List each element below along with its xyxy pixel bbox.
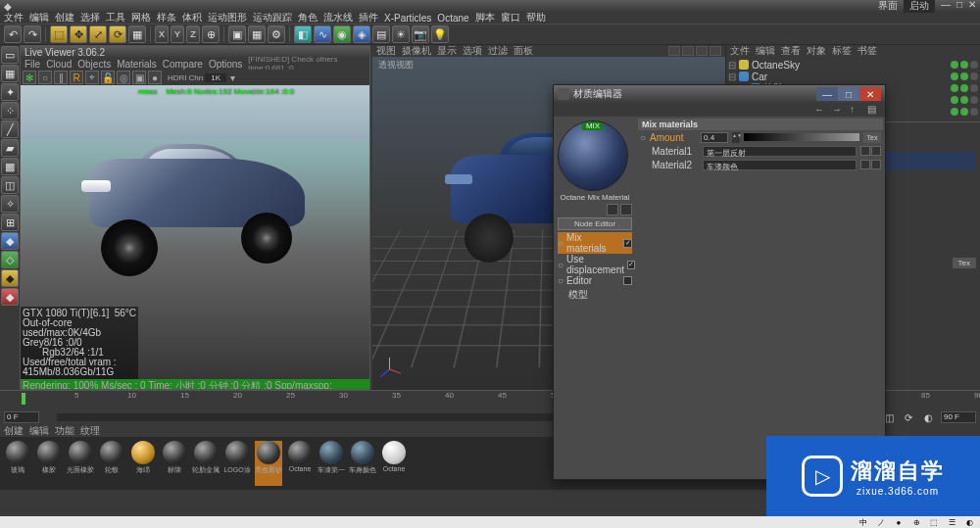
menu-选择[interactable]: 选择 xyxy=(80,11,100,24)
menu-脚本[interactable]: 脚本 xyxy=(475,11,495,24)
mat-check-box[interactable]: ✓ xyxy=(627,261,635,269)
obj-vis-editor-icon[interactable] xyxy=(951,84,958,92)
prop-amount-input[interactable]: 0.4 xyxy=(701,132,728,143)
vp-nav-c-icon[interactable] xyxy=(696,46,708,56)
mat-tab-纹理[interactable]: 纹理 xyxy=(80,424,100,438)
last-tool[interactable]: ▦ xyxy=(128,25,146,43)
tray-icon-0[interactable]: 中 xyxy=(857,517,870,527)
lv-unlock-icon[interactable]: 🔓 xyxy=(101,71,115,84)
tray-icon-2[interactable]: ● xyxy=(892,517,906,527)
mat-check-2[interactable]: ○Editor xyxy=(558,275,632,286)
window-maximize[interactable]: □ xyxy=(956,0,962,13)
obj-tab-对象[interactable]: 对象 xyxy=(807,44,826,58)
material-swatch-12[interactable]: Octane xyxy=(380,441,408,486)
texture-mode[interactable]: ▩ xyxy=(1,158,19,175)
material-preview-sphere[interactable]: MIX xyxy=(558,120,628,191)
tray-icon-6[interactable]: ◐ xyxy=(962,517,976,527)
window-minimize[interactable]: — xyxy=(941,0,951,13)
lv-res-select[interactable]: 1K xyxy=(205,73,226,82)
matwin-maximize[interactable]: □ xyxy=(838,87,859,101)
tl-key-rot-icon[interactable]: ⟳ xyxy=(902,410,915,424)
snap-settings[interactable]: ⊞ xyxy=(1,214,19,231)
obj-tag-icon[interactable] xyxy=(970,61,978,69)
menu-流水线[interactable]: 流水线 xyxy=(323,11,353,24)
menu-窗口[interactable]: 窗口 xyxy=(501,11,520,24)
obj-vis-editor-icon[interactable] xyxy=(951,72,958,80)
obj-tab-文件[interactable]: 文件 xyxy=(730,44,750,58)
prim-env[interactable]: ☀ xyxy=(392,25,410,43)
misc-tool-2[interactable]: ◇ xyxy=(1,251,19,268)
menu-运动图形[interactable]: 运动图形 xyxy=(208,11,247,24)
obj-vis-render-icon[interactable] xyxy=(960,72,968,80)
axis-x[interactable]: X xyxy=(155,25,169,43)
axis-mode[interactable]: ✦ xyxy=(1,83,19,101)
lv-lock-icon[interactable]: ○ xyxy=(38,71,52,84)
mat-tab-创建[interactable]: 创建 xyxy=(4,424,24,438)
lv-dropdown-icon[interactable]: ▾ xyxy=(230,72,235,83)
lv-pause-icon[interactable]: ‖ xyxy=(54,71,68,84)
menu-体积[interactable]: 体积 xyxy=(182,11,202,24)
menu-工具[interactable]: 工具 xyxy=(106,11,125,24)
prop-material2-field[interactable]: 车漆颜色 xyxy=(703,160,857,170)
tl-start-input[interactable]: 0 F xyxy=(4,411,39,423)
obj-vis-render-icon[interactable] xyxy=(960,84,968,92)
prop-amount-spinner[interactable]: ▲▼ xyxy=(732,132,740,143)
material-swatch-6[interactable]: 轮胎金属 xyxy=(192,441,220,486)
axis-y[interactable]: Y xyxy=(171,25,184,43)
mat-check-box[interactable]: ✓ xyxy=(623,239,632,248)
menu-文件[interactable]: 文件 xyxy=(4,11,24,24)
tl-range-slider[interactable] xyxy=(57,413,582,421)
mat2-clear-icon[interactable] xyxy=(871,160,881,169)
material-editor-titlebar[interactable]: 材质编辑器 — □ ✕ xyxy=(554,85,885,103)
menu-运动跟踪[interactable]: 运动跟踪 xyxy=(253,11,292,24)
matwin-fwd-icon[interactable]: → xyxy=(832,104,846,116)
vp-tab-显示[interactable]: 显示 xyxy=(437,44,457,58)
prim-camera[interactable]: 📷 xyxy=(412,25,429,43)
menu-创建[interactable]: 创建 xyxy=(55,11,74,24)
live-viewer-canvas[interactable]: meas Mesh:0 Nodes:192 Movable:164 :0:0 G… xyxy=(21,85,369,389)
matwin-back-icon[interactable]: ← xyxy=(814,104,828,116)
tl-end-input[interactable]: 90 F xyxy=(941,411,976,423)
prop-amount-slider[interactable] xyxy=(744,133,859,141)
object-mode[interactable]: ▦ xyxy=(1,65,19,82)
obj-tab-标签[interactable]: 标签 xyxy=(832,44,852,58)
obj-vis-editor-icon[interactable] xyxy=(951,96,958,104)
lv-pick-icon[interactable]: ⌖ xyxy=(85,71,99,84)
tray-icon-5[interactable]: ☰ xyxy=(945,517,958,527)
undo-button[interactable]: ↶ xyxy=(4,25,22,43)
menu-Octane[interactable]: Octane xyxy=(437,13,468,24)
matwin-minimize[interactable]: — xyxy=(816,87,838,101)
menu-帮助[interactable]: 帮助 xyxy=(526,11,546,24)
layout-value[interactable]: 启动 xyxy=(904,0,935,13)
material-swatch-4[interactable]: 海绵 xyxy=(129,441,157,486)
menu-样条[interactable]: 样条 xyxy=(157,11,176,24)
prim-cube[interactable]: ◧ xyxy=(294,25,312,43)
redo-button[interactable]: ↷ xyxy=(24,25,41,43)
material-editor-window[interactable]: 材质编辑器 — □ ✕ ← → ↑ ▤ MIX Octane Mix Mater… xyxy=(553,84,886,480)
coord-system[interactable]: ⊕ xyxy=(202,25,220,43)
misc-tool-3[interactable]: ◆ xyxy=(1,269,19,287)
material-swatch-5[interactable]: 标牌 xyxy=(161,441,188,486)
misc-tool-1[interactable]: ◆ xyxy=(1,232,19,250)
mat-tab-编辑[interactable]: 编辑 xyxy=(29,424,49,438)
lv-clay-icon[interactable]: ● xyxy=(148,71,162,84)
vp-tab-视图[interactable]: 视图 xyxy=(376,44,396,58)
menu-网格[interactable]: 网格 xyxy=(131,11,151,24)
obj-vis-render-icon[interactable] xyxy=(960,108,968,116)
mat1-pick-icon[interactable] xyxy=(860,146,870,156)
prim-spline[interactable]: ∿ xyxy=(314,25,331,43)
axis-z[interactable]: Z xyxy=(186,25,200,43)
tray-icon-3[interactable]: ⊕ xyxy=(909,517,923,527)
misc-tool-4[interactable]: ◆ xyxy=(1,288,19,306)
render-view[interactable]: ▣ xyxy=(228,25,246,43)
obj-vis-editor-icon[interactable] xyxy=(951,108,958,116)
prop-amount-tex-button[interactable]: Tex xyxy=(863,132,881,143)
mat-check-1[interactable]: ○Use displacement✓ xyxy=(558,254,632,275)
menu-插件[interactable]: 插件 xyxy=(359,11,378,24)
obj-row-0[interactable]: ⊟OctaneSky xyxy=(728,59,978,71)
vp-nav-b-icon[interactable] xyxy=(682,46,694,56)
attr-tex-button[interactable]: Tex xyxy=(953,258,976,268)
snap-toggle[interactable]: ✧ xyxy=(1,195,19,213)
obj-vis-render-icon[interactable] xyxy=(960,61,968,69)
obj-tab-编辑[interactable]: 编辑 xyxy=(756,44,775,58)
